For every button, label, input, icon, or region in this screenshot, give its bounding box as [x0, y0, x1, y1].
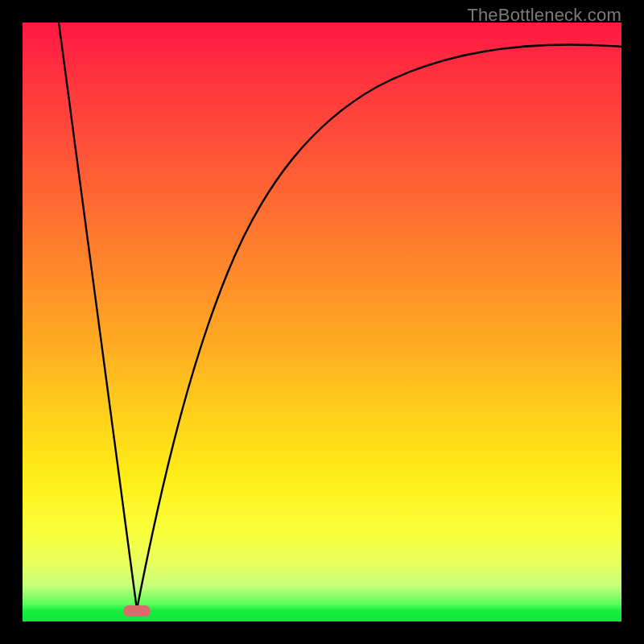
optimum-marker: [123, 605, 151, 617]
watermark-text: TheBottleneck.com: [467, 5, 621, 26]
curve-right-branch: [137, 45, 621, 609]
plot-area: [23, 23, 621, 621]
curve-left-branch: [59, 23, 137, 609]
bottleneck-curve: [23, 23, 621, 621]
chart-frame: TheBottleneck.com: [0, 0, 644, 644]
